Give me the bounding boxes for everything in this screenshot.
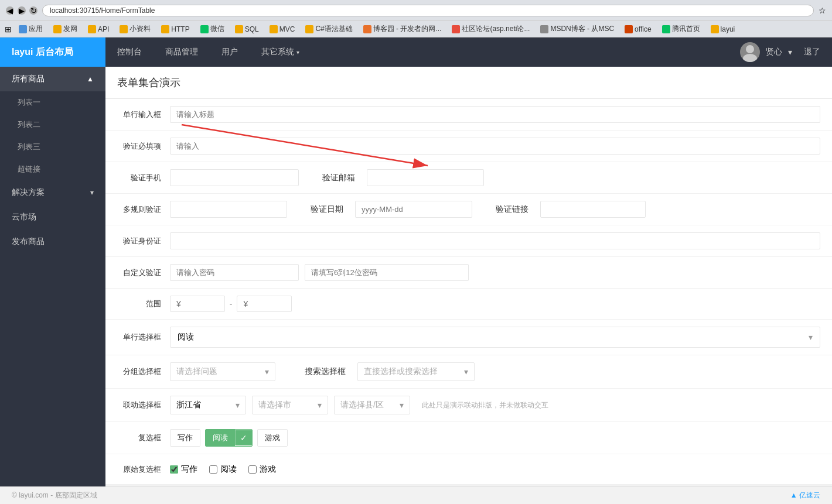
sidebar-item-link[interactable]: 超链接 [0, 158, 105, 180]
form-row-phone-email: 验证手机 验证邮箱 [105, 162, 832, 194]
refresh-button[interactable]: ↻ [29, 6, 37, 15]
range-to-input[interactable] [250, 300, 285, 308]
form-row-custom-validate: 自定义验证 [105, 257, 832, 289]
link-input[interactable] [540, 201, 646, 218]
logout-button[interactable]: 退了 [804, 47, 820, 57]
single-select[interactable]: 阅读 ▾ [170, 327, 820, 348]
bookmark-layui[interactable]: layui [707, 24, 739, 35]
bookmark-icon [452, 25, 460, 33]
sidebar-item-list2[interactable]: 列表二 [0, 114, 105, 136]
bookmarks-bar: ⊞ 应用 发网 API 小资料 HTTP 微信 SQL MVC C#语法基础 博… [0, 21, 832, 37]
checkbox-game[interactable]: 游戏 [257, 429, 288, 447]
field-phone-email: 验证邮箱 [170, 169, 820, 186]
nav-item-dashboard[interactable]: 控制台 [105, 37, 154, 67]
phone-input[interactable] [170, 169, 299, 186]
cascade-district[interactable]: 请选择县/区 ▾ [334, 396, 410, 414]
field-single-select: 阅读 ▾ [170, 327, 820, 348]
group-select-arrow: ▾ [265, 367, 269, 376]
forward-button[interactable]: ▶ [18, 6, 26, 15]
form-row-checkbox-styled: 复选框 写作 阅读 ✓ [105, 422, 832, 454]
logo[interactable]: layui 后台布局 [0, 37, 105, 67]
username[interactable]: 贤心 [766, 47, 782, 57]
sidebar-item-publish[interactable]: 发布商品 [0, 229, 105, 254]
checkbox-group-styled: 写作 阅读 ✓ 游戏 [170, 429, 288, 447]
sidebar-collapse-icon: ▾ [90, 188, 94, 197]
bookmark-icon [270, 25, 278, 33]
field-id-card [170, 232, 820, 249]
sidebar-item-list1[interactable]: 列表一 [0, 91, 105, 114]
bookmark-msdn[interactable]: MSDN博客 - 从MSC [537, 23, 618, 35]
bookmark-http[interactable]: HTTP [158, 24, 193, 35]
bookmark-api[interactable]: API [84, 24, 112, 35]
label-id-card: 验证身份证 [117, 236, 170, 246]
bookmark-icon [88, 25, 96, 33]
group-select-placeholder: 请选择问题 [176, 366, 217, 377]
top-nav: layui 后台布局 控制台 商品管理 用户 其它系统 ▾ 贤心 ▾ 退了 [0, 37, 832, 67]
bookmark-office[interactable]: office [621, 24, 654, 35]
label-email: 验证邮箱 [322, 173, 355, 183]
bookmark-csharp[interactable]: C#语法基础 [302, 23, 356, 35]
field-checkbox-original: 写作 阅读 游戏 [170, 464, 820, 475]
bookmark-blog[interactable]: 博客园 - 开发者的网... [360, 23, 445, 35]
orig-checkbox-game[interactable]: 游戏 [248, 464, 276, 475]
single-select-value: 阅读 [178, 332, 194, 342]
bookmark-sql[interactable]: SQL [231, 24, 262, 35]
sidebar-item-list3[interactable]: 列表三 [0, 136, 105, 158]
orig-checkbox-read-input[interactable] [209, 465, 217, 474]
bookmark-fawang[interactable]: 发网 [50, 23, 81, 35]
sidebar-item-cloud[interactable]: 云市场 [0, 205, 105, 229]
sidebar: 所有商品 ▲ 列表一 列表二 列表三 超链接 解决方案 ▾ 云市场 发布商品 [0, 67, 105, 486]
sidebar-item-solutions[interactable]: 解决方案 ▾ [0, 180, 105, 205]
range-from-prefix: ¥ [176, 299, 181, 308]
nav-dropdown-arrow: ▾ [296, 49, 299, 56]
single-input[interactable] [170, 106, 820, 123]
search-select-arrow: ▾ [464, 367, 468, 376]
form-container: 单行输入框 验证必填项 [105, 99, 832, 485]
date-input[interactable] [355, 201, 472, 218]
form-row-id-card: 验证身份证 [105, 225, 832, 257]
orig-checkbox-write-input[interactable] [170, 465, 178, 474]
id-card-input[interactable] [170, 232, 820, 249]
orig-checkbox-read[interactable]: 阅读 [209, 464, 237, 475]
checkbox-read[interactable]: 阅读 ✓ [205, 429, 253, 447]
cascade-city[interactable]: 请选择市 ▾ [252, 396, 328, 414]
search-select-placeholder: 直接选择或搜索选择 [364, 366, 438, 377]
label-orig-checkbox: 原始复选框 [117, 464, 170, 475]
bookmark-icon [53, 25, 62, 33]
orig-checkbox-game-input[interactable] [248, 465, 257, 474]
label-required: 验证必填项 [117, 141, 170, 152]
bookmark-tencent[interactable]: 腾讯首页 [659, 23, 704, 35]
page-title: 表单集合演示 [105, 67, 832, 99]
search-select[interactable]: 直接选择或搜索选择 ▾ [357, 362, 475, 381]
password-input[interactable] [170, 264, 299, 281]
bookmark-mvc[interactable]: MVC [266, 24, 299, 35]
checkbox-write[interactable]: 写作 [170, 429, 200, 447]
group-select[interactable]: 请选择问题 ▾ [170, 362, 275, 381]
back-button[interactable]: ◀ [6, 6, 14, 15]
orig-checkbox-write[interactable]: 写作 [170, 464, 197, 475]
url-bar[interactable]: localhost:30715/Home/FormTable [42, 5, 814, 16]
email-input[interactable] [367, 169, 484, 186]
required-input[interactable] [170, 138, 820, 155]
range-from-input[interactable] [183, 300, 219, 308]
page-content: 表单集合演示 单行输入框 验证必填项 [105, 67, 832, 485]
password-hint-input[interactable] [305, 264, 469, 281]
province-arrow: ▾ [236, 400, 240, 410]
nav-item-other[interactable]: 其它系统 ▾ [250, 37, 311, 67]
orig-checkbox-game-label: 游戏 [260, 464, 276, 475]
bookmark-icon [662, 25, 670, 33]
nav-item-products[interactable]: 商品管理 [154, 37, 210, 67]
orig-checkbox-write-label: 写作 [181, 464, 197, 475]
bookmark-community[interactable]: 社区论坛(asp.neti论... [448, 23, 533, 35]
bookmark-apps[interactable]: 应用 [15, 23, 46, 35]
multi-validate-input[interactable] [170, 201, 287, 218]
user-dropdown-arrow: ▾ [788, 47, 792, 57]
sidebar-item-all-products[interactable]: 所有商品 ▲ [0, 67, 105, 91]
nav-item-users[interactable]: 用户 [210, 37, 250, 67]
bookmark-small[interactable]: 小资料 [116, 23, 154, 35]
cascade-province[interactable]: 浙江省 ▾ [170, 396, 246, 414]
bookmark-wechat[interactable]: 微信 [197, 23, 228, 35]
bookmark-icon [711, 25, 719, 33]
field-range: ¥ - ¥ [170, 296, 820, 312]
svg-point-0 [746, 45, 754, 53]
